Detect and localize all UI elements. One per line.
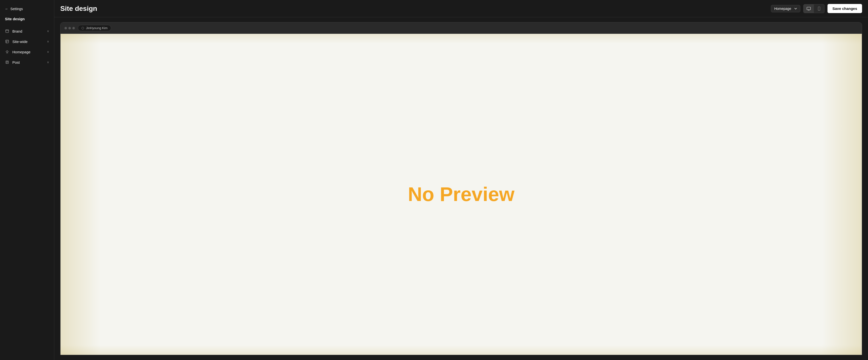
back-arrow-icon: ← bbox=[5, 7, 8, 11]
page-title: Site design bbox=[60, 5, 97, 12]
sidebar-title: Site design bbox=[0, 15, 54, 26]
browser-address-bar: JinHyoung Kim bbox=[78, 25, 111, 31]
no-preview-label: No Preview bbox=[408, 183, 514, 206]
save-changes-button[interactable]: Save changes bbox=[828, 4, 862, 13]
sidebar: ← Settings Site design Brand ∨ Sit bbox=[0, 0, 54, 360]
brand-chevron-icon: ∨ bbox=[47, 29, 49, 33]
svg-rect-4 bbox=[818, 7, 820, 10]
site-wide-icon bbox=[5, 39, 9, 44]
svg-rect-3 bbox=[807, 7, 810, 10]
site-wide-label: Site-wide bbox=[12, 39, 28, 44]
sidebar-item-site-wide[interactable]: Site-wide ∨ bbox=[0, 36, 54, 47]
header-controls: Homepage bbox=[771, 4, 862, 13]
mobile-view-button[interactable] bbox=[814, 4, 824, 13]
homepage-label: Homepage bbox=[12, 50, 30, 54]
svg-rect-0 bbox=[6, 30, 9, 33]
back-to-settings[interactable]: ← Settings bbox=[0, 5, 54, 15]
main-content: Site design Homepage bbox=[54, 0, 868, 360]
preview-content: No Preview bbox=[61, 34, 862, 355]
view-selector-chevron-icon bbox=[794, 7, 797, 10]
browser-window-controls bbox=[64, 27, 75, 29]
browser-frame: JinHyoung Kim No Preview bbox=[60, 22, 862, 355]
homepage-chevron-icon: ∨ bbox=[47, 50, 49, 54]
mobile-icon bbox=[817, 6, 821, 11]
sidebar-item-brand[interactable]: Brand ∨ bbox=[0, 26, 54, 36]
homepage-icon bbox=[5, 50, 9, 54]
browser-dot-minimize bbox=[68, 27, 71, 29]
back-label: Settings bbox=[10, 7, 23, 11]
browser-dot-maximize bbox=[72, 27, 75, 29]
device-toggle bbox=[803, 4, 825, 13]
desktop-view-button[interactable] bbox=[804, 4, 814, 13]
browser-dot-close bbox=[64, 27, 67, 29]
browser-bar: JinHyoung Kim bbox=[61, 23, 862, 34]
page-header: Site design Homepage bbox=[54, 0, 868, 17]
svg-rect-1 bbox=[6, 40, 9, 43]
post-icon bbox=[5, 60, 9, 64]
site-wide-chevron-icon: ∨ bbox=[47, 40, 49, 43]
view-selector-label: Homepage bbox=[774, 7, 791, 11]
post-chevron-icon: ∨ bbox=[47, 61, 49, 64]
post-label: Post bbox=[12, 60, 20, 64]
sidebar-item-homepage[interactable]: Homepage ∨ bbox=[0, 47, 54, 57]
sidebar-item-post[interactable]: Post ∨ bbox=[0, 57, 54, 67]
preview-area: JinHyoung Kim No Preview bbox=[54, 17, 868, 360]
address-text: JinHyoung Kim bbox=[86, 26, 107, 30]
view-selector-dropdown[interactable]: Homepage bbox=[771, 5, 800, 12]
desktop-icon bbox=[806, 6, 811, 11]
brand-label: Brand bbox=[12, 29, 22, 33]
address-circle-icon bbox=[82, 27, 84, 29]
brand-icon bbox=[5, 29, 9, 33]
